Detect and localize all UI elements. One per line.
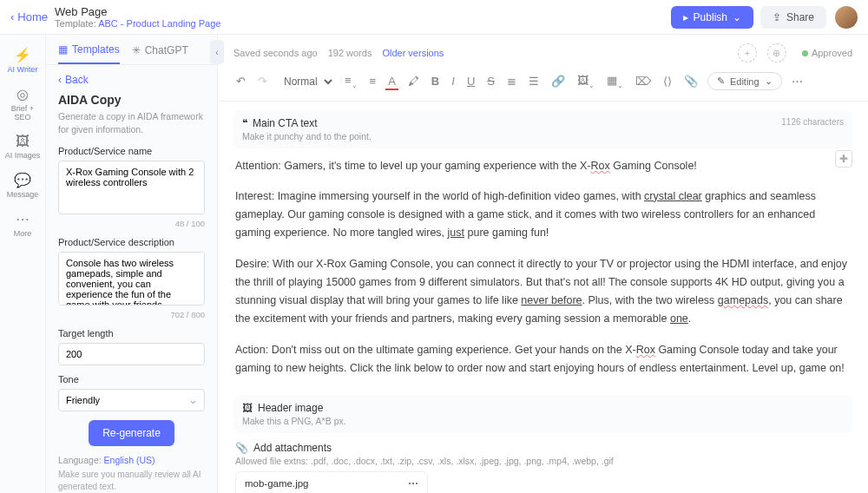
form-desc: Generate a copy in AIDA framework for gi… <box>58 110 205 135</box>
paperclip-icon: 📎 <box>235 442 248 454</box>
editing-mode-select[interactable]: ✎ Editing ⌄ <box>707 72 782 90</box>
attach-title: Add attachments <box>253 442 332 454</box>
tab-templates[interactable]: ▦Templates <box>58 43 120 64</box>
collapse-sidebar[interactable]: ‹ <box>210 40 224 64</box>
rail-more[interactable]: ⋯More <box>3 206 43 243</box>
add-comment-button[interactable]: ✚ <box>835 150 852 168</box>
older-versions-link[interactable]: Older versions <box>382 48 444 58</box>
back-link[interactable]: ‹Back <box>58 74 205 86</box>
cta-sub: Make it punchy and to the point. <box>242 131 844 141</box>
rail-brief[interactable]: ◎Brief + SEO <box>3 81 43 127</box>
editor-content: ❝Main CTA text Make it punchy and to the… <box>218 102 868 493</box>
add-collaborator[interactable]: + <box>738 43 757 62</box>
char-count: 1126 characters <box>781 117 844 127</box>
add-group[interactable]: ⊕ <box>767 43 786 62</box>
more-toolbar-button[interactable]: ⋯ <box>789 72 806 90</box>
tab-label: Templates <box>72 43 120 56</box>
tab-chatgpt[interactable]: ✳ChatGPT <box>132 43 188 64</box>
saved-status: Saved seconds ago <box>233 48 318 58</box>
rail-ai-images[interactable]: 🖼AI Images <box>3 128 43 165</box>
rail-ai-writer[interactable]: ⚡AI Writer <box>3 42 43 79</box>
undo-button[interactable]: ↶ <box>233 72 248 90</box>
back-label: Back <box>65 74 89 86</box>
paragraph-style-select[interactable]: Normal <box>277 73 335 90</box>
publish-label: Publish <box>694 11 727 23</box>
highlight-button[interactable]: 🖍 <box>405 72 422 90</box>
topbar: ‹ Home Web Page Template: ABC - Product … <box>0 0 868 35</box>
attachments-section: 📎Add attachments Allowed file extns: .pd… <box>233 437 852 493</box>
strike-button[interactable]: S <box>484 72 497 90</box>
chevron-down-icon: ⌄ <box>765 76 773 87</box>
bolt-icon: ⚡ <box>3 47 43 63</box>
counter-name: 48 / 100 <box>58 219 205 228</box>
attach-button[interactable]: 📎 <box>681 72 700 90</box>
chat-icon: 💬 <box>3 172 43 188</box>
bullet-list-button[interactable]: ≣ <box>504 72 519 90</box>
rail-message[interactable]: 💬Message <box>3 167 43 204</box>
redo-button[interactable]: ↷ <box>255 72 270 90</box>
field-label-tone: Tone <box>58 374 205 385</box>
counter-desc: 702 / 800 <box>58 310 205 319</box>
attach-sub: Allowed file extns: .pdf, .doc, .docx, .… <box>235 456 851 466</box>
header-sub: Make this a PNG, A*B px. <box>242 416 844 426</box>
approved-label: Approved <box>812 48 852 58</box>
cta-title: Main CTA text <box>253 117 317 129</box>
attachment-card[interactable]: mob-game.jpg ⋯ <box>235 471 428 493</box>
image-button[interactable]: 🖼⌄ <box>575 71 597 92</box>
avatar[interactable] <box>835 6 858 29</box>
dots-icon: ⋯ <box>3 211 43 227</box>
field-label-desc: Product/Service description <box>58 237 205 247</box>
product-desc-input[interactable]: Console has two wireless gamepads, simpl… <box>58 252 205 306</box>
rail-label: Brief + SEO <box>11 104 34 122</box>
bold-button[interactable]: B <box>429 72 442 90</box>
underline-button[interactable]: U <box>464 72 477 90</box>
language-line: Language: English (US) <box>58 455 205 465</box>
link-button[interactable]: 🔗 <box>549 72 568 90</box>
clear-format-button[interactable]: ⌦ <box>633 72 654 90</box>
lang-link[interactable]: English (US) <box>104 455 155 465</box>
list-button[interactable]: ≡⌄ <box>342 71 360 92</box>
template-label: Template: <box>55 18 96 29</box>
chevron-left-icon: ‹ <box>10 10 14 23</box>
regenerate-button[interactable]: Re-generate <box>89 420 174 446</box>
home-link[interactable]: ‹ Home <box>10 10 48 23</box>
attachment-name: mob-game.jpg <box>245 478 309 489</box>
align-button[interactable]: ≡ <box>367 72 379 90</box>
text-color-button[interactable]: A <box>385 72 398 90</box>
share-icon: ⇪ <box>773 11 781 23</box>
product-name-input[interactable]: X-Rox Gaming Console with 2 wireless con… <box>58 161 205 214</box>
grid-icon: ▦ <box>58 43 68 56</box>
share-button[interactable]: ⇪ Share <box>760 6 826 29</box>
rail-label: Message <box>7 190 39 199</box>
tone-select[interactable] <box>58 389 205 411</box>
header-title: Header image <box>258 402 323 414</box>
text-icon: ❝ <box>242 117 247 129</box>
target-length-input[interactable] <box>58 343 205 365</box>
chat-icon: ✳ <box>132 44 141 56</box>
sidebar: ▦Templates ✳ChatGPT ‹ ‹Back AIDA Copy Ge… <box>46 35 218 493</box>
chevron-left-icon: ‹ <box>58 74 62 86</box>
field-label-length: Target length <box>58 328 205 339</box>
approval-status: Approved <box>802 48 852 58</box>
publish-button[interactable]: ▸ Publish ⌄ <box>671 6 753 29</box>
code-button[interactable]: ⟨⟩ <box>661 72 674 90</box>
italic-button[interactable]: I <box>449 72 457 90</box>
nav-rail: ⚡AI Writer ◎Brief + SEO 🖼AI Images 💬Mess… <box>0 35 46 493</box>
status-dot-icon <box>802 50 808 56</box>
body-text[interactable]: Attention: Gamers, it's time to level up… <box>233 152 852 396</box>
share-label: Share <box>786 11 814 23</box>
table-button[interactable]: ▦⌄ <box>604 71 626 92</box>
page-title: Web Page <box>55 5 220 18</box>
numbered-list-button[interactable]: ☰ <box>526 72 542 90</box>
rail-label: More <box>14 229 32 238</box>
template-link[interactable]: ABC - Product Landing Page <box>98 18 220 29</box>
lang-label: Language: <box>58 455 102 465</box>
review-note: Make sure you manually review all AI gen… <box>58 469 205 493</box>
meta-row: Saved seconds ago 192 words Older versio… <box>218 35 868 66</box>
rail-label: AI Images <box>5 151 41 160</box>
main: Saved seconds ago 192 words Older versio… <box>218 35 868 493</box>
attachment-menu[interactable]: ⋯ <box>408 477 418 490</box>
tab-label: ChatGPT <box>145 44 188 56</box>
home-label: Home <box>17 10 48 23</box>
page-template: Template: ABC - Product Landing Page <box>55 18 220 29</box>
